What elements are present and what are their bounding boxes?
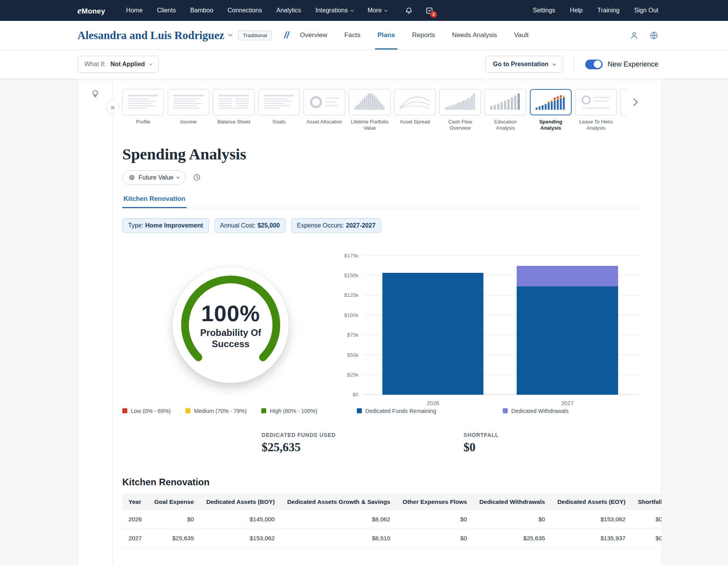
carousel-item-label: Income [180, 119, 197, 125]
legend-swatch [357, 408, 362, 413]
nav-bamboo[interactable]: Bamboo [190, 7, 213, 14]
chevron-down-icon [553, 62, 556, 65]
carousel-item-lifetime-portfolio-value[interactable]: Lifetime Portfolio Value [349, 89, 391, 132]
legend-swatch [503, 408, 508, 413]
logo-money: Money [82, 7, 105, 15]
chevron-down-icon [149, 62, 152, 65]
tasks-badge: 2 [430, 11, 437, 18]
curves-sketch [397, 91, 433, 113]
tab-needs-analysis[interactable]: Needs Analysis [452, 21, 497, 50]
chart-column: $175k $150k $125k $100k $75k $50k $25k $… [339, 252, 642, 395]
analysis-row: 100% Probability Of Success $175k $150k … [122, 252, 642, 395]
client-header-icons [630, 21, 658, 50]
cell-goal-expense: $25,635 [148, 529, 200, 548]
document-sketch [216, 91, 252, 113]
page-title: Spending Analysis [122, 145, 642, 163]
carousel-item-profile[interactable]: Profile [122, 89, 164, 132]
stat-value: $0 [464, 440, 499, 454]
client-name-dropdown[interactable]: Alesandra and Luis Rodriguez [77, 29, 232, 42]
chevron-down-icon [176, 175, 180, 178]
emoney-logo[interactable]: eMoney [77, 5, 105, 16]
history-button[interactable] [190, 171, 203, 184]
tab-vault[interactable]: Vault [514, 21, 529, 50]
gauge-percent: 100% [201, 300, 260, 326]
nav-clients[interactable]: Clients [157, 7, 176, 14]
client-name: Alesandra and Luis Rodriguez [77, 29, 224, 42]
nav-analytics[interactable]: Analytics [276, 7, 301, 14]
bars-sketch [487, 91, 524, 113]
chevron-down-icon [350, 8, 353, 11]
probability-gauge: 100% Probability Of Success [173, 267, 289, 383]
tab-reports[interactable]: Reports [412, 21, 435, 50]
nav-sign-out[interactable]: Sign Out [634, 7, 658, 14]
legend-label: Dedicated Withdrawals [511, 408, 569, 414]
bars-sketch [442, 91, 478, 113]
legends-row: Low (0% - 69%) Medium (70% - 79%) High (… [122, 408, 642, 414]
go-to-presentation-button[interactable]: Go to Presentation [485, 56, 563, 73]
tab-kitchen-renovation[interactable]: Kitchen Renovation [122, 195, 187, 208]
nav-help[interactable]: Help [570, 7, 583, 14]
nav-connections[interactable]: Connections [228, 7, 262, 14]
what-if-selector[interactable]: What If: Not Applied [77, 56, 159, 73]
table-title: Kitchen Renovation [122, 477, 642, 488]
goal-tabs: Kitchen Renovation [122, 195, 642, 208]
what-if-label: What If: [84, 61, 106, 68]
tasks-button[interactable]: 2 [425, 7, 433, 15]
gridline [363, 255, 635, 256]
carousel-next-button[interactable] [626, 89, 642, 115]
collapse-rail-button[interactable]: » [106, 100, 120, 114]
nav-home[interactable]: Home [126, 7, 143, 14]
notifications-button[interactable] [405, 7, 413, 15]
nav-training[interactable]: Training [598, 7, 620, 14]
client-site-button[interactable] [649, 31, 658, 40]
nav-more-menu[interactable]: More [368, 7, 387, 14]
cell-dedicated-withdrawals: $0 [473, 510, 552, 529]
go-to-presentation-label: Go to Presentation [493, 61, 548, 68]
stat-label: SHORTFALL [464, 432, 499, 438]
client-tabs: Overview Facts Plans Reports Needs Analy… [300, 21, 529, 50]
carousel-item-asset-allocation[interactable]: Asset Allocation [303, 89, 345, 132]
chart-plot-area: 2026 2027 [363, 255, 635, 395]
chip-value: Home Improvement [145, 222, 203, 229]
carousel-item-spending-analysis[interactable]: Spending Analysis [530, 89, 572, 132]
y-tick-label: $150k [344, 272, 358, 278]
document-sketch [170, 91, 207, 113]
carousel-item-label: Spending Analysis [530, 119, 572, 132]
primary-nav: Home Clients Bamboo Connections Analytic… [126, 7, 387, 14]
carousel-item-balance-sheet[interactable]: Balance Sheet [213, 89, 255, 132]
donut-chart-sketch [306, 91, 343, 113]
chart-legend: Dedicated Funds Remaining Dedicated With… [357, 408, 569, 414]
gauge-legend: Low (0% - 69%) Medium (70% - 79%) High (… [122, 408, 339, 414]
cell-dedicated-withdrawals: $25,635 [473, 529, 552, 548]
client-profile-button[interactable] [630, 31, 639, 40]
tab-overview[interactable]: Overview [300, 21, 327, 50]
cell-shortfall: $0 [632, 529, 662, 548]
toolbar-divider [574, 56, 574, 73]
document-sketch [125, 91, 161, 113]
logo-e: e [77, 5, 82, 16]
carousel-item-leave-to-heirs[interactable]: Leave To Heirs Analysis [575, 89, 617, 132]
nav-integrations-menu[interactable]: Integrations [315, 7, 353, 14]
carousel-item-income[interactable]: Income [168, 89, 209, 132]
carousel-item-partial[interactable] [620, 89, 626, 132]
value-mode-selector[interactable]: Future Value [122, 170, 185, 185]
carousel-item-asset-spread[interactable]: Asset Spread [394, 89, 436, 132]
page-controls: Future Value [122, 170, 642, 185]
stat-value: $25,635 [262, 440, 336, 454]
tab-facts[interactable]: Facts [344, 21, 361, 50]
document-sketch [623, 91, 626, 113]
stat-dedicated-funds-used: DEDICATED FUNDS USED $25,635 [262, 432, 336, 454]
carousel-item-label: Balance Sheet [218, 119, 250, 125]
tab-plans[interactable]: Plans [377, 21, 395, 50]
carousel-item-cash-flow-overview[interactable]: Cash Flow Overview [439, 89, 481, 132]
stats-row: DEDICATED FUNDS USED $25,635 SHORTFALL $… [122, 432, 642, 454]
bar-segment [517, 266, 618, 286]
legend-high: High (80% - 100%) [261, 408, 317, 414]
nav-settings[interactable]: Settings [533, 7, 555, 14]
carousel-item-education-analysis[interactable]: Education Analysis [485, 89, 526, 132]
lightbulb-icon[interactable] [91, 89, 100, 98]
gauge-column: 100% Probability Of Success [122, 252, 339, 395]
new-experience-toggle[interactable] [585, 60, 603, 69]
x-category-label: 2027 [561, 400, 574, 406]
carousel-item-goals[interactable]: Goals [258, 89, 300, 132]
